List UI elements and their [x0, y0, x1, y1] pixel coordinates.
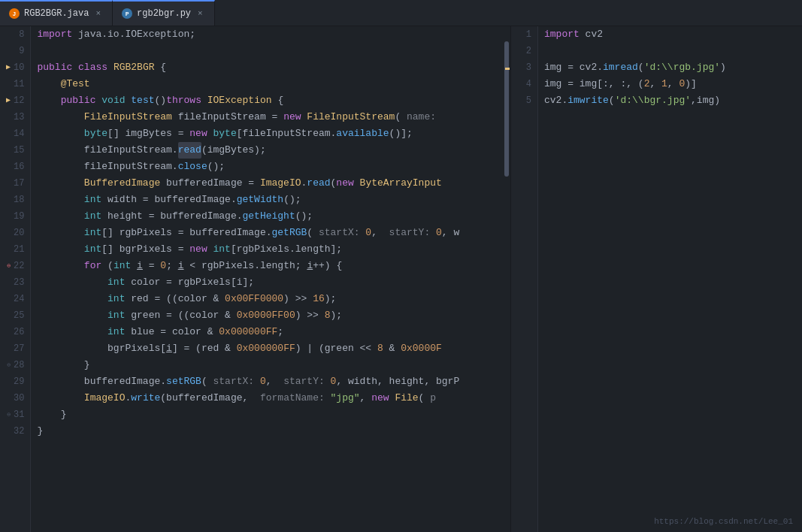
line-num-28: ⊖28	[6, 357, 24, 373]
py-code-line-5: cv2.imwrite('d:\\bgr.jpg',img)	[538, 92, 802, 109]
py-code-line-3: img = cv2.imread('d:\\rgb.jpg')	[538, 59, 802, 76]
java-line-numbers: 8 9 ▶10 11 ▶12 13 14 15 16 17 18 19	[0, 26, 31, 532]
line-num-27: 27	[6, 340, 24, 357]
line-num-29: 29	[6, 373, 24, 390]
code-line-27: bgrPixels[i] = (red & 0x000000FF) | (gre…	[31, 340, 504, 357]
py-code-line-4: img = img[:, :, (2, 1, 0)]	[538, 76, 802, 92]
line-num-21: 21	[6, 241, 24, 258]
py-line-num-2: 2	[517, 43, 531, 59]
line-num-20: 20	[6, 225, 24, 241]
code-line-13: FileInputStream fileInputStream = new Fi…	[31, 109, 504, 125]
line-num-31: ⊖31	[6, 407, 24, 423]
code-line-23: int color = rgbPixels[i];	[31, 274, 504, 291]
python-code-area[interactable]: 1 2 3 4 5 import cv2 img = cv2	[511, 26, 802, 532]
code-line-31: }	[31, 407, 504, 423]
line-num-23: 23	[6, 274, 24, 291]
code-line-20: int[] rgbPixels = bufferedImage.getRGB( …	[31, 225, 504, 241]
code-line-24: int red = ((color & 0x00FF0000) >> 16);	[31, 291, 504, 307]
code-line-16: fileInputStream.close();	[31, 159, 504, 175]
py-code-line-1: import cv2	[538, 26, 802, 43]
code-line-32: }	[31, 423, 504, 440]
py-line-num-4: 4	[517, 76, 531, 92]
code-line-11: @Test	[31, 76, 504, 92]
python-editor-pane: 1 2 3 4 5 import cv2 img = cv2	[511, 26, 802, 532]
line-num-12: ▶12	[6, 92, 24, 109]
code-line-25: int green = ((color & 0x0000FF00) >> 8);	[31, 307, 504, 324]
java-scrollbar-thumb[interactable]	[504, 41, 509, 177]
tab-java[interactable]: J RGB2BGR.java ×	[0, 0, 113, 26]
code-line-26: int blue = color & 0x000000FF;	[31, 324, 504, 340]
editor-container: J RGB2BGR.java × P rgb2bgr.py × 8 9	[0, 0, 802, 532]
java-scrollbar[interactable]	[504, 26, 510, 532]
line-num-26: 26	[6, 324, 24, 340]
code-line-15: fileInputStream.read(imgBytes);	[31, 142, 504, 159]
line-num-32: 32	[6, 423, 24, 440]
code-line-30: ImageIO.write(bufferedImage, formatName:…	[31, 390, 504, 407]
python-tab-close[interactable]: ×	[195, 8, 205, 19]
line-num-16: 16	[6, 159, 24, 175]
watermark: https://blog.csdn.net/Lee_01	[654, 517, 793, 526]
code-line-12: public void test() throws IOException {	[31, 92, 504, 109]
java-tab-label: RGB2BGR.java	[24, 8, 89, 19]
python-tab-label: rgb2bgr.py	[137, 8, 191, 19]
line-num-22: ⊖22	[6, 258, 24, 274]
code-line-18: int width = bufferedImage.getWidth();	[31, 192, 504, 208]
py-line-num-5: 5	[517, 92, 531, 109]
line-num-15: 15	[6, 142, 24, 159]
py-code-line-2	[538, 43, 802, 59]
line-num-13: 13	[6, 109, 24, 125]
tab-python[interactable]: P rgb2bgr.py ×	[113, 0, 215, 26]
code-line-28: }	[31, 357, 504, 373]
line-num-14: 14	[6, 125, 24, 142]
code-line-9	[31, 43, 504, 59]
line-num-17: 17	[6, 175, 24, 192]
line-num-19: 19	[6, 208, 24, 225]
python-code-content[interactable]: import cv2 img = cv2.imread('d:\\rgb.jpg…	[538, 26, 802, 532]
java-tab-close[interactable]: ×	[93, 8, 103, 19]
line-num-24: 24	[6, 291, 24, 307]
code-line-29: bufferedImage.setRGB( startX: 0, startY:…	[31, 373, 504, 390]
code-line-19: int height = bufferedImage.getHeight();	[31, 208, 504, 225]
line-num-10: ▶10	[6, 59, 24, 76]
code-line-22: for (int i = 0; i < rgbPixels.length; i+…	[31, 258, 504, 274]
line-num-8: 8	[6, 26, 24, 43]
line-num-18: 18	[6, 192, 24, 208]
code-line-14: byte[] imgBytes = new byte[fileInputStre…	[31, 125, 504, 142]
line-num-9: 9	[6, 43, 24, 59]
java-tab-icon: J	[9, 8, 20, 19]
java-editor-pane: 8 9 ▶10 11 ▶12 13 14 15 16 17 18 19	[0, 26, 511, 532]
java-code-area[interactable]: 8 9 ▶10 11 ▶12 13 14 15 16 17 18 19	[0, 26, 510, 532]
code-line-10: public class RGB2BGR {	[31, 59, 504, 76]
code-line-21: int[] bgrPixels = new int[rgbPixels.leng…	[31, 241, 504, 258]
line-num-30: 30	[6, 390, 24, 407]
tab-bar: J RGB2BGR.java × P rgb2bgr.py ×	[0, 0, 802, 26]
py-line-num-1: 1	[517, 26, 531, 43]
code-line-8: import java.io.IOException;	[31, 26, 504, 43]
py-line-num-3: 3	[517, 59, 531, 76]
java-code-content[interactable]: import java.io.IOException; public class…	[31, 26, 504, 532]
line-num-25: 25	[6, 307, 24, 324]
line-num-11: 11	[6, 76, 24, 92]
code-line-17: BufferedImage bufferedImage = ImageIO.re…	[31, 175, 504, 192]
editors-area: 8 9 ▶10 11 ▶12 13 14 15 16 17 18 19	[0, 26, 802, 532]
python-tab-icon: P	[122, 8, 132, 19]
python-line-numbers: 1 2 3 4 5	[511, 26, 538, 532]
